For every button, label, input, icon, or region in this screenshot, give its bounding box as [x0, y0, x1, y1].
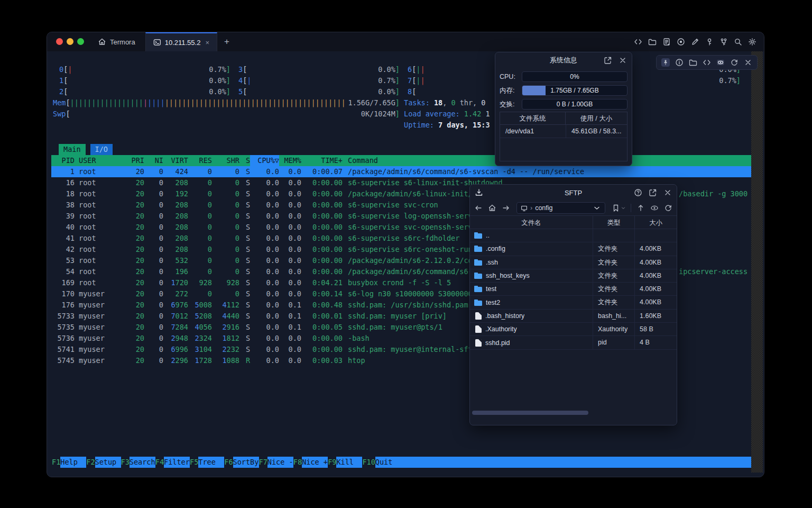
fnlabel-nice-[interactable]: Nice + [302, 457, 328, 468]
htop-tab-io[interactable]: I/O [90, 144, 113, 155]
fnlabel-filter[interactable]: Filter [164, 457, 190, 468]
open-in-window-icon[interactable] [649, 188, 657, 197]
fnkey-f9[interactable]: F9 [328, 457, 336, 468]
host-icon [521, 205, 528, 212]
fnkey-f5[interactable]: F5 [190, 457, 198, 468]
terminal-scrollbar[interactable] [751, 51, 763, 473]
file-row[interactable]: .ssh文件夹4.00KB [470, 256, 677, 269]
file-row[interactable]: .. [470, 229, 677, 242]
close-icon[interactable] [744, 58, 752, 67]
breadcrumb-separator: › [530, 204, 532, 212]
system-info-titlebar: 系统信息 [495, 52, 632, 68]
process-table-header[interactable]: PIDUSERPRINIVIRTRESSHRSCPU%▽MEM%TIME+Com… [51, 155, 752, 166]
file-row[interactable]: sshd.pidpid4 B [470, 336, 677, 349]
code-icon[interactable] [634, 38, 642, 46]
fnkey-f6[interactable]: F6 [224, 457, 233, 468]
bookmark-icon[interactable] [612, 204, 620, 212]
column-type[interactable]: 类型 [593, 216, 634, 230]
search-icon[interactable] [734, 38, 742, 46]
memory-usage-bar: 1.75GB / 7.65GB [522, 85, 628, 96]
close-icon[interactable] [663, 188, 672, 197]
file-icon [475, 312, 482, 320]
code-icon[interactable] [703, 58, 711, 67]
pin-icon[interactable] [661, 58, 670, 67]
edit-icon[interactable] [691, 38, 699, 46]
tab-ssh-session[interactable]: 10.211.55.2 × [145, 32, 217, 51]
folder-icon[interactable] [689, 58, 697, 67]
cpu-meter-line: 1[0.0%]4[|0.7%]7[||0.7%] [51, 75, 756, 86]
folder-icon [474, 300, 482, 306]
fnlabel-nice-[interactable]: Nice - [267, 457, 293, 468]
file-table-header[interactable]: 文件名 类型 大小 [470, 215, 677, 229]
info-icon[interactable] [675, 58, 684, 67]
back-icon[interactable] [474, 204, 483, 212]
sftp-panel: SFTP › config [469, 184, 677, 425]
key-icon[interactable] [705, 38, 714, 46]
fnkey-f3[interactable]: F3 [121, 457, 130, 468]
open-in-window-icon[interactable] [604, 56, 612, 65]
file-row[interactable]: .bash_historybash_hi...1.60KB [470, 310, 677, 323]
filesystem-table: 文件系统 使用 / 大小 /dev/vda1 45.61GB / 58.3... [500, 112, 628, 161]
close-window-button[interactable] [56, 38, 63, 45]
folder-icon [474, 286, 482, 292]
fnlabel-kill[interactable]: Kill [336, 457, 362, 468]
tab-termora-home[interactable]: Termora [90, 32, 143, 51]
fnkey-f1[interactable]: F1 [52, 457, 60, 468]
swap-label: 交换: [500, 100, 522, 109]
chevron-down-icon[interactable] [593, 204, 601, 212]
caret-down-icon[interactable] [621, 204, 625, 212]
refresh-icon[interactable] [664, 204, 672, 212]
fnlabel-quit[interactable]: Quit [375, 457, 752, 468]
tasks-summary: Tasks: 18, 0 thr, 0 [404, 97, 490, 108]
minimize-window-button[interactable] [67, 38, 73, 45]
forward-icon[interactable] [502, 204, 510, 212]
swap-meter-line: Swp[0K/1024M]Load average: 1.42 1 [51, 108, 756, 120]
gpu-monitor-icon[interactable] [716, 58, 725, 67]
parent-directory-icon[interactable] [636, 204, 645, 212]
horizontal-scrollbar[interactable] [472, 411, 588, 415]
uptime-line: Uptime: 7 days, 15:3 [51, 120, 756, 131]
folder-icon [474, 259, 482, 266]
file-row[interactable]: ssh_host_keys文件夹4.00KB [470, 269, 677, 283]
fnkey-f2[interactable]: F2 [86, 457, 95, 468]
file-row[interactable]: .XauthorityXauthority58 B [470, 323, 677, 336]
fnlabel-setup[interactable]: Setup [95, 457, 121, 468]
show-hidden-icon[interactable] [650, 204, 659, 212]
column-filename[interactable]: 文件名 [470, 216, 593, 230]
file-row[interactable]: test文件夹4.00KB [470, 283, 677, 296]
close-icon[interactable] [619, 56, 627, 65]
notes-icon[interactable] [662, 38, 671, 46]
download-icon[interactable] [475, 188, 483, 197]
fnlabel-help[interactable]: Help [60, 457, 86, 468]
fnkey-f10[interactable]: F10 [362, 457, 375, 468]
process-row[interactable]: 1root20042400S0.00.00:00.07/package/admi… [51, 166, 752, 177]
sftp-toolbar: › config [470, 201, 677, 215]
refresh-icon[interactable] [730, 58, 739, 67]
cpu-meter-line: 0[|0.7%]3[0.0%]6[||0.0%] [51, 64, 756, 75]
help-icon[interactable] [634, 188, 642, 197]
fnlabel-search[interactable]: Search [130, 457, 155, 468]
keychain-icon[interactable] [719, 38, 728, 46]
file-row[interactable]: .config文件夹4.00KB [470, 242, 677, 256]
column-size[interactable]: 大小 [634, 216, 677, 230]
maximize-window-button[interactable] [77, 38, 84, 45]
new-tab-button[interactable]: + [222, 37, 232, 47]
htop-tab-main[interactable]: Main [59, 144, 86, 155]
home-icon[interactable] [488, 204, 496, 212]
memory-label: 内存: [500, 86, 522, 95]
path-breadcrumb[interactable]: › config [516, 202, 605, 214]
folder-icon[interactable] [648, 38, 657, 46]
fs-usage-column-header: 使用 / 大小 [566, 112, 627, 125]
record-icon[interactable] [677, 38, 685, 46]
fnkey-f7[interactable]: F7 [259, 457, 267, 468]
fnkey-f8[interactable]: F8 [293, 457, 302, 468]
filesystem-row[interactable]: /dev/vda1 45.61GB / 58.3... [500, 125, 627, 138]
swap-usage-bar: 0 B / 1.00GB [522, 99, 628, 110]
close-tab-icon[interactable]: × [205, 39, 209, 47]
settings-icon[interactable] [748, 38, 756, 46]
file-row[interactable]: test2文件夹4.00KB [470, 296, 677, 309]
fnlabel-sortby[interactable]: SortBy [233, 457, 259, 468]
fnkey-f4[interactable]: F4 [155, 457, 164, 468]
memory-meter-line: Mem[||||||||||||||||||||||||||||||||||||… [51, 97, 756, 108]
fnlabel-tree[interactable]: Tree [198, 457, 224, 468]
